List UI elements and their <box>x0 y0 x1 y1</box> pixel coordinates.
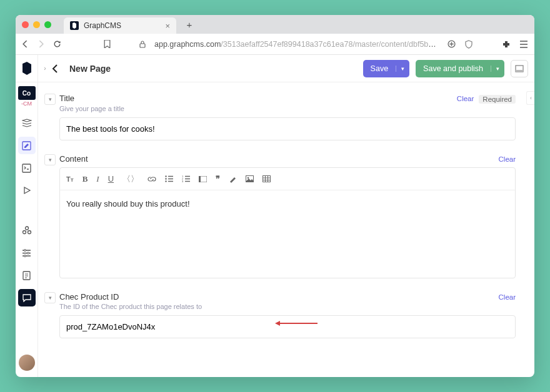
link-icon[interactable] <box>148 175 156 183</box>
save-button[interactable]: Save ▾ <box>363 60 410 77</box>
clear-button[interactable]: Clear <box>457 95 474 104</box>
field-title: ▾ Title Clear Required Give your page a … <box>44 94 516 140</box>
tab-title: GraphCMS <box>84 21 121 30</box>
field-help: The ID of the Chec product this page rel… <box>59 303 516 310</box>
underline-icon[interactable]: U <box>108 174 114 184</box>
project-switcher[interactable]: Co <box>18 86 36 100</box>
header-actions: Save ▾ Save and publish ▾ <box>363 60 534 77</box>
svg-point-6 <box>22 231 26 234</box>
chevron-down-icon[interactable]: ▾ <box>396 66 409 72</box>
collapse-sidebar-icon[interactable]: ‹ <box>526 91 534 105</box>
svg-rect-3 <box>516 70 523 72</box>
svg-rect-20 <box>199 176 201 182</box>
collapse-field-icon[interactable]: ▾ <box>44 94 56 105</box>
docs-icon[interactable] <box>18 267 36 284</box>
table-icon[interactable] <box>262 175 271 182</box>
svg-rect-23 <box>263 176 271 182</box>
clear-button[interactable]: Clear <box>499 155 516 163</box>
close-window-icon[interactable] <box>22 21 29 28</box>
rte-body[interactable]: You really should buy this product! <box>60 190 515 278</box>
svg-point-9 <box>24 249 26 251</box>
browser-window: GraphCMS × + app.graphcms.com/3513aefaff… <box>16 15 534 377</box>
required-badge: Required <box>479 95 516 104</box>
project-sublabel: -CM <box>21 100 32 107</box>
field-label: Title <box>59 94 74 103</box>
svg-point-11 <box>24 255 26 257</box>
title-input[interactable] <box>59 117 516 140</box>
url-text[interactable]: app.graphcms.com/3513aefaff2547ef899418a… <box>154 40 439 49</box>
back-button[interactable] <box>52 64 69 73</box>
playground-icon[interactable] <box>18 182 36 199</box>
collapse-field-icon[interactable]: ▾ <box>44 154 56 165</box>
preview-button[interactable] <box>511 60 528 77</box>
share-icon[interactable] <box>448 40 456 48</box>
blockquote-icon[interactable] <box>199 176 207 182</box>
browser-menu-icon[interactable] <box>519 41 528 48</box>
settings-icon[interactable] <box>18 244 36 262</box>
webhooks-icon[interactable] <box>18 222 36 239</box>
svg-point-7 <box>28 231 31 234</box>
field-label: Content <box>59 154 88 164</box>
code-icon[interactable]: 〈〉 <box>122 174 139 185</box>
chevron-right-icon[interactable]: › <box>38 65 52 72</box>
support-icon[interactable] <box>18 289 36 306</box>
svg-point-13 <box>165 175 166 177</box>
highlight-icon[interactable] <box>229 175 237 183</box>
app-header: › New Page Save ▾ Save and publish ▾ <box>16 55 534 82</box>
window-controls <box>22 21 51 28</box>
heading-icon[interactable]: TT <box>66 175 74 183</box>
reload-icon[interactable] <box>53 40 61 48</box>
nav-forward-icon <box>38 41 44 47</box>
content-icon[interactable] <box>18 137 36 154</box>
browser-url-bar: app.graphcms.com/3513aefaff2547ef899418a… <box>16 34 534 55</box>
clear-button[interactable]: Clear <box>499 293 516 301</box>
chevron-down-icon[interactable]: ▾ <box>491 66 504 72</box>
browser-tab-bar: GraphCMS × + <box>16 15 534 34</box>
svg-rect-5 <box>22 164 31 172</box>
image-icon[interactable] <box>246 175 254 182</box>
minimize-window-icon[interactable] <box>33 21 40 28</box>
bold-icon[interactable]: B <box>82 174 88 184</box>
svg-rect-0 <box>140 44 145 47</box>
collapse-field-icon[interactable]: ▾ <box>44 292 56 303</box>
new-tab-button[interactable]: + <box>182 19 196 30</box>
svg-point-8 <box>25 227 28 230</box>
page-title: New Page <box>69 64 363 74</box>
save-and-publish-button[interactable]: Save and publish ▾ <box>416 60 504 77</box>
bullet-list-icon[interactable] <box>165 175 173 182</box>
avatar[interactable] <box>19 355 35 371</box>
rich-text-editor: TT B I U 〈〉 123 ❞ <box>59 167 516 278</box>
maximize-window-icon[interactable] <box>44 21 51 28</box>
assets-icon[interactable] <box>18 159 36 177</box>
field-label: Chec Product ID <box>59 292 119 301</box>
svg-point-22 <box>248 177 249 179</box>
extensions-icon[interactable] <box>502 40 511 49</box>
quote-icon[interactable]: ❞ <box>216 174 220 184</box>
field-content: ▾ Content Clear TT B I U <box>44 154 516 278</box>
shield-icon[interactable] <box>464 40 473 49</box>
chec-id-input[interactable] <box>59 315 516 338</box>
field-help: Give your page a title <box>59 105 516 112</box>
browser-tab[interactable]: GraphCMS × <box>64 17 176 34</box>
bookmark-icon[interactable] <box>104 40 111 48</box>
favicon-icon <box>70 21 79 30</box>
italic-icon[interactable]: I <box>96 174 99 184</box>
schema-icon[interactable] <box>18 114 36 132</box>
form-area: ‹ ▾ Title Clear Required Give your page … <box>38 82 534 377</box>
sidebar: Co -CM <box>16 82 38 377</box>
number-list-icon[interactable]: 123 <box>182 175 190 182</box>
lock-icon <box>139 41 146 48</box>
rte-toolbar: TT B I U 〈〉 123 ❞ <box>60 168 515 190</box>
svg-text:3: 3 <box>182 180 184 182</box>
app-logo[interactable] <box>16 55 38 82</box>
svg-point-10 <box>28 252 29 254</box>
close-tab-icon[interactable]: × <box>165 21 170 31</box>
nav-back-icon[interactable] <box>22 41 29 47</box>
svg-point-14 <box>165 178 166 179</box>
field-chec-product-id: ▾ Chec Product ID Clear The ID of the Ch… <box>44 292 516 338</box>
annotation-arrow-icon <box>275 321 318 326</box>
svg-point-15 <box>165 180 166 182</box>
